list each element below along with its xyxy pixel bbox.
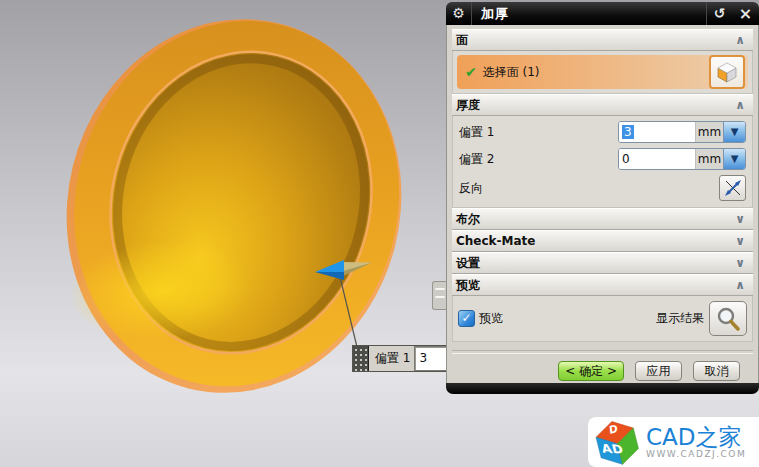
offset1-field[interactable]: 3 mm ▼ <box>618 121 746 143</box>
section-header-thickness[interactable]: 厚度 ∧ <box>452 94 753 116</box>
drag-grip-icon[interactable] <box>353 346 369 371</box>
svg-text:AD: AD <box>600 441 625 457</box>
show-result-button[interactable] <box>709 301 747 336</box>
dialog-options-gear-icon[interactable]: ⚙ <box>446 2 472 25</box>
offset2-field[interactable]: 0 mm ▼ <box>618 148 746 170</box>
thickness-panel: 偏置 1 3 mm ▼ 偏置 2 0 mm ▼ 反向 <box>452 116 753 208</box>
offset1-unit: mm <box>695 122 723 142</box>
dialog-reset-icon[interactable]: ↺ <box>706 2 732 25</box>
dialog-titlebar[interactable]: ⚙ 加厚 ↺ × <box>446 2 759 25</box>
dialog-title: 加厚 <box>472 5 706 23</box>
preview-panel: ✓ 预览 显示结果 <box>452 296 753 342</box>
section-header-boolean[interactable]: 布尔 ∨ <box>452 208 753 230</box>
onscreen-offset-value-input[interactable]: 3 <box>414 346 447 371</box>
thicken-dialog: ⚙ 加厚 ↺ × 面 ∧ ✔ 选择面 (1) <box>446 0 759 394</box>
section-thickness-title: 厚度 <box>456 95 735 115</box>
offset2-dropdown-button[interactable]: ▼ <box>723 149 745 169</box>
section-checkmate-title: Check-Mate <box>456 231 735 251</box>
section-header-settings[interactable]: 设置 ∨ <box>452 252 753 274</box>
dialog-edge-grip[interactable] <box>432 281 447 310</box>
offset1-value-input[interactable]: 3 <box>619 122 695 142</box>
apply-button[interactable]: 应用 <box>635 361 682 381</box>
face-rule-cube-button[interactable] <box>709 55 745 89</box>
dialog-bottom-bar[interactable] <box>446 383 759 394</box>
preview-checkbox[interactable]: ✓ <box>458 310 475 327</box>
offset2-unit: mm <box>695 149 723 169</box>
offset2-label: 偏置 2 <box>459 151 618 168</box>
chevron-down-icon: ▼ <box>731 153 739 164</box>
chevron-up-icon[interactable]: ∧ <box>735 95 749 115</box>
reverse-direction-icon <box>723 178 743 198</box>
dialog-button-row: < 确定 > 应用 取消 <box>452 361 753 381</box>
select-face-label: 选择面 (1) <box>483 64 709 81</box>
section-header-preview[interactable]: 预览 ∧ <box>452 274 753 296</box>
section-settings-title: 设置 <box>456 253 735 273</box>
chevron-down-icon[interactable]: ∨ <box>735 231 749 251</box>
section-header-face[interactable]: 面 ∧ <box>452 29 753 51</box>
section-preview-title: 预览 <box>456 275 735 295</box>
select-face-row[interactable]: ✔ 选择面 (1) <box>457 55 748 89</box>
nx-viewport: 偏置 1 3 ⚙ 加厚 ↺ × 面 ∧ ✔ 选择面 (1) <box>0 0 759 467</box>
onscreen-offset-input: 偏置 1 3 <box>352 345 448 372</box>
dialog-body: 面 ∧ ✔ 选择面 (1) 厚度 <box>446 25 759 383</box>
magnifier-icon <box>715 306 741 332</box>
chevron-up-icon[interactable]: ∧ <box>735 275 749 295</box>
cadzj-logo-cube-icon: D AD <box>592 418 642 466</box>
show-result-label: 显示结果 <box>656 310 704 327</box>
section-header-checkmate[interactable]: Check-Mate ∨ <box>452 230 753 252</box>
cancel-button[interactable]: 取消 <box>693 361 740 381</box>
offset2-value-input[interactable]: 0 <box>619 149 695 169</box>
onscreen-offset-label: 偏置 1 <box>369 346 414 371</box>
offset1-label: 偏置 1 <box>459 124 618 141</box>
offset1-dropdown-button[interactable]: ▼ <box>723 122 745 142</box>
preview-checkbox-label: 预览 <box>479 310 503 327</box>
ok-button[interactable]: < 确定 > <box>558 361 624 381</box>
button-separator <box>452 350 753 354</box>
green-check-icon: ✔ <box>465 64 477 80</box>
watermark-title: CAD之家 <box>646 425 746 449</box>
section-boolean-title: 布尔 <box>456 209 735 229</box>
cadzj-watermark: D AD CAD之家 WWW.CADZJ.COM <box>588 417 759 467</box>
reverse-direction-label: 反向 <box>459 180 719 197</box>
dialog-close-icon[interactable]: × <box>732 2 759 25</box>
chevron-down-icon: ▼ <box>731 126 739 137</box>
svg-text:D: D <box>608 422 618 437</box>
cube-icon <box>715 60 739 84</box>
face-panel: ✔ 选择面 (1) <box>452 51 753 94</box>
chevron-up-icon[interactable]: ∧ <box>735 30 749 50</box>
section-face-title: 面 <box>456 30 735 50</box>
reverse-direction-button[interactable] <box>719 175 746 201</box>
chevron-down-icon[interactable]: ∨ <box>735 209 749 229</box>
chevron-down-icon[interactable]: ∨ <box>735 253 749 273</box>
watermark-url: WWW.CADZJ.COM <box>646 449 746 459</box>
